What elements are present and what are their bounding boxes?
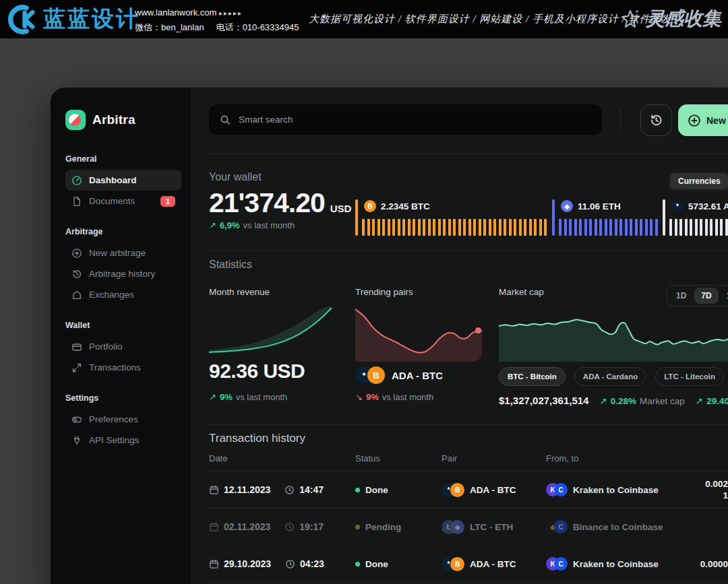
banner-url[interactable]: www.lanlanwork.com: [135, 7, 216, 18]
lanlan-logo: 蓝蓝设计: [8, 3, 140, 35]
inspiration-collect: 灵感收集: [619, 6, 721, 32]
section-label: Wallet: [65, 321, 181, 330]
tx-amount: 0.0000: [677, 546, 728, 582]
clock-icon: [285, 559, 295, 569]
tx-amount: [677, 509, 728, 545]
sidebar-item-label: Arbitrage history: [89, 269, 155, 279]
wallet-view-toggle: Currencies Exchanges: [668, 171, 728, 191]
statistics-title: Statistics: [209, 259, 252, 271]
sidebar-item-transactions[interactable]: Transactions: [65, 357, 181, 378]
eth-holding: ◆11.06 ETH: [552, 199, 663, 236]
range-7d[interactable]: 7D: [694, 288, 718, 304]
tx-amount: 0.0021: [677, 472, 728, 508]
new-arbitrage-label: New arbitrage: [706, 115, 728, 126]
star-icon: [619, 8, 641, 30]
app-name: Arbitra: [92, 112, 135, 127]
new-arbitrage-button[interactable]: New arbitrage: [678, 104, 728, 136]
arbitra-app-window: Arbitra General Dashboard Documents 1Arb…: [51, 88, 728, 584]
sidebar-item-dashboard[interactable]: Dashboard: [65, 170, 181, 191]
transaction-row[interactable]: 12.11.2023 14:47 Done *BADA - BTC KCKrak…: [209, 472, 728, 509]
coinbase-coin-icon: C: [554, 483, 568, 496]
promo-banner: 蓝蓝设计 www.lanlanwork.com ▸▸▸▸▸ 微信：ben_lan…: [0, 0, 728, 38]
market-cap-stats: $1,327,027,361,514 ↗ 0.28% Market cap ↗ …: [499, 395, 728, 406]
history-button[interactable]: [640, 104, 672, 136]
transaction-row[interactable]: 02.11.2023 19:17 Pending Ł◆LTC - ETH ◆CB…: [209, 509, 728, 546]
lanlan-logo-icon: [8, 4, 39, 35]
range-1m[interactable]: 1M: [720, 288, 728, 304]
month-revenue-label: Month revenue: [209, 287, 270, 297]
asset-pill-ada[interactable]: ADA - Cardano: [574, 367, 646, 386]
status-dot: [355, 488, 360, 492]
holding-value: 11.06 ETH: [578, 201, 621, 212]
btc-coin-icon: B: [364, 200, 376, 212]
section-label: General: [65, 154, 181, 164]
month-revenue-value: 92.36 USD: [209, 360, 305, 383]
holding-value: 2.2345 BTC: [381, 201, 430, 212]
market-cap-change: ↗ 0.28% Market cap: [599, 395, 684, 406]
asset-pill-ltc[interactable]: LTC - Litecoin: [655, 367, 724, 386]
plug-icon: [71, 435, 82, 446]
trending-pair-name: ADA - BTC: [392, 370, 443, 381]
range-1d[interactable]: 1D: [669, 288, 693, 304]
section-label: Arbitrage: [65, 227, 181, 236]
dashboard-icon: [71, 175, 82, 186]
col-date: Date: [209, 453, 227, 463]
tx-date: 29.10.2023 04:23: [209, 546, 324, 582]
sidebar-section-general: General Dashboard Documents 1: [65, 154, 181, 212]
banner-services: 大数据可视化设计 / 软件界面设计 / 网站建设 / 手机及小程序设计 / 软件…: [309, 13, 672, 26]
clock-icon: [284, 522, 295, 532]
search-input[interactable]: [237, 114, 591, 125]
down-arrow-icon: ↘: [355, 392, 363, 402]
btc-balance: B2.2345 BTC: [364, 200, 430, 212]
main-content: New arbitrage Your wallet Currencies Exc…: [191, 88, 728, 584]
volume-change: ↗ 29.40% Volume (24h): [696, 395, 728, 406]
collect-label: 灵感收集: [646, 6, 721, 32]
sidebar-item-documents[interactable]: Documents 1: [65, 191, 181, 212]
asset-pill-btc[interactable]: BTC - Bitcoin: [499, 367, 566, 386]
sidebar-item-label: New arbitrage: [89, 248, 146, 258]
sidebar-item-api-settings[interactable]: API Settings: [65, 430, 181, 451]
bank-icon: [71, 290, 82, 300]
market-cap-label: Market cap: [499, 287, 544, 297]
btc-coin-icon: B: [367, 366, 385, 384]
col-status: Status: [355, 453, 380, 463]
search-icon: [220, 115, 231, 125]
calendar-icon: [209, 559, 219, 569]
segment-divider-bar: [552, 199, 555, 236]
banner-wechat: 微信：ben_lanlan: [135, 22, 204, 32]
sidebar-item-arbitrage-history[interactable]: Arbitrage history: [65, 263, 181, 284]
transaction-table-header: Date Status Pair From, to: [209, 453, 728, 472]
sidebar-item-preferences[interactable]: Preferences: [65, 409, 181, 430]
sidebar-item-new-arbitrage[interactable]: New arbitrage: [65, 242, 181, 263]
btc-holding: B2.2345 BTC: [355, 199, 552, 236]
sidebar-item-label: Dashboard: [89, 175, 137, 185]
wallet-section-title: Your wallet: [209, 171, 262, 183]
transaction-row[interactable]: 29.10.2023 04:23 Done *BADA - BTC KCKrak…: [209, 546, 728, 583]
tx-route: KCKraken to Coinbase: [546, 546, 659, 582]
sidebar-item-label: Preferences: [89, 414, 138, 424]
separator: [209, 251, 728, 251]
month-revenue-change: ↗ 9% vs last month: [209, 392, 287, 402]
plus-circle-icon: [71, 248, 82, 259]
eth-coin-icon: ◆: [561, 200, 573, 212]
banner-arrows: ▸▸▸▸▸: [219, 9, 243, 17]
clock-icon: [284, 485, 295, 495]
ada-coin-icon: *: [671, 200, 684, 212]
wallet-change: ↗ 6,9% vs last month: [209, 220, 295, 230]
arbitra-logo-icon: [65, 110, 86, 130]
toggle-currencies[interactable]: Currencies: [670, 173, 728, 189]
sidebar-section-arbitrage: Arbitrage New arbitrage Arbitrage histor…: [65, 227, 181, 305]
toggle-icon: [71, 414, 82, 425]
search-bar[interactable]: [209, 104, 602, 135]
tx-pair: Ł◆LTC - ETH: [442, 509, 513, 545]
wallet-amount: 21'374.20: [209, 187, 325, 219]
chart-end-dot: [475, 327, 481, 333]
sidebar-item-exchanges[interactable]: Exchanges: [65, 284, 181, 305]
col-from-to: From, to: [546, 453, 578, 463]
tx-date: 12.11.2023 14:47: [209, 472, 324, 508]
tx-route: KCKraken to Coinbase: [546, 472, 659, 508]
status-dot: [355, 525, 360, 529]
status-dot: [355, 562, 360, 566]
btc-coin-icon: B: [450, 483, 464, 497]
sidebar-item-portfolio[interactable]: Portfolio: [65, 336, 181, 357]
